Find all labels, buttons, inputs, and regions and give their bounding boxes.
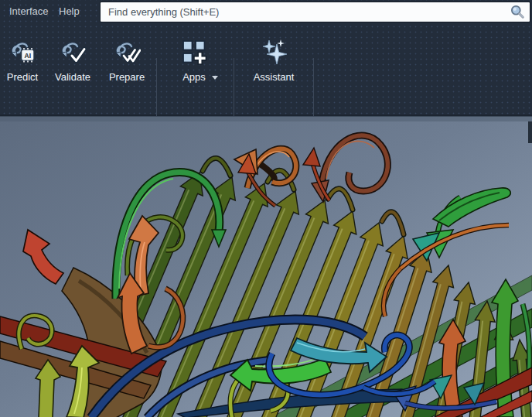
- protein-helix-double-check-icon: [113, 38, 141, 66]
- magnifier-icon[interactable]: [510, 4, 525, 19]
- assistant-label: Assistant: [254, 71, 295, 83]
- validate-label: Validate: [55, 71, 90, 83]
- predict-label: Predict: [7, 71, 38, 83]
- structure-viewport-3d[interactable]: [0, 116, 532, 417]
- top-chrome: Interface Help: [0, 0, 532, 116]
- assistant-button[interactable]: Assistant: [237, 34, 311, 105]
- apps-button[interactable]: Apps: [162, 34, 226, 105]
- sparkles-icon: [260, 38, 288, 66]
- protein-helix-ai-chip-icon: AI: [9, 38, 36, 66]
- protein-helix-check-icon: [59, 38, 87, 66]
- menu-interface[interactable]: Interface: [2, 0, 56, 23]
- apps-label: Apps: [182, 71, 206, 83]
- prepare-button[interactable]: Prepare: [99, 34, 155, 105]
- prepare-label: Prepare: [109, 71, 145, 83]
- ribbon-toolbar: AI Predict Validate: [0, 23, 532, 116]
- validate-button[interactable]: Validate: [46, 34, 99, 105]
- svg-text:AI: AI: [25, 52, 32, 60]
- app-grid-plus-icon: [180, 38, 208, 66]
- search-field: [101, 2, 530, 22]
- apps-label-row: Apps: [182, 71, 206, 83]
- menu-help[interactable]: Help: [51, 0, 87, 23]
- predict-button[interactable]: AI Predict: [0, 34, 45, 105]
- protein-ribbon-diagram: [0, 117, 532, 417]
- search-input[interactable]: [101, 2, 530, 22]
- menubar: Interface Help: [0, 0, 532, 23]
- chevron-down-icon[interactable]: [212, 76, 218, 80]
